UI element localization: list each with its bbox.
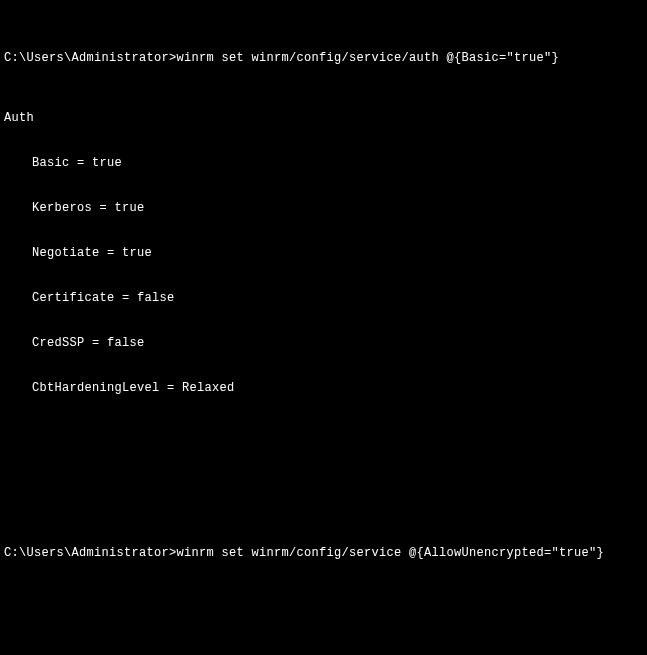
terminal-window[interactable]: C:\Users\Administrator>winrm set winrm/c… (0, 0, 647, 655)
prompt-2: C:\Users\Administrator> (4, 546, 177, 560)
auth-cbt: CbtHardeningLevel = Relaxed (4, 381, 643, 396)
blank-line (4, 441, 643, 456)
blank-line (4, 606, 643, 621)
prompt-line-2: C:\Users\Administrator>winrm set winrm/c… (4, 546, 643, 561)
auth-header: Auth (4, 111, 643, 126)
auth-credssp: CredSSP = false (4, 336, 643, 351)
auth-kerberos: Kerberos = true (4, 201, 643, 216)
prompt-1: C:\Users\Administrator> (4, 51, 177, 65)
command-2: winrm set winrm/config/service @{AllowUn… (177, 546, 605, 560)
prompt-line-1: C:\Users\Administrator>winrm set winrm/c… (4, 51, 643, 66)
blank-line (4, 486, 643, 501)
command-1: winrm set winrm/config/service/auth @{Ba… (177, 51, 560, 65)
auth-negotiate: Negotiate = true (4, 246, 643, 261)
auth-certificate: Certificate = false (4, 291, 643, 306)
auth-basic: Basic = true (4, 156, 643, 171)
